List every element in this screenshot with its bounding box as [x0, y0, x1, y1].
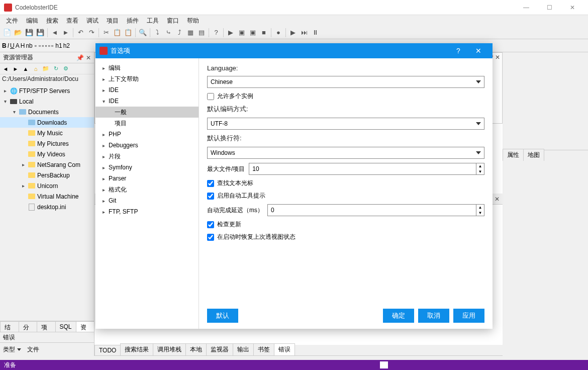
- dialog-help-button[interactable]: ?: [448, 43, 468, 58]
- fmt-list-icon[interactable]: ▫: [48, 42, 50, 49]
- home-icon[interactable]: ⌂: [31, 64, 40, 73]
- right-tab-1[interactable]: 地图: [523, 149, 544, 161]
- fmt-img-icon[interactable]: ▫: [42, 42, 44, 49]
- tree-node[interactable]: My Music: [0, 128, 94, 138]
- menu-3[interactable]: 查看: [62, 16, 82, 26]
- tree-node[interactable]: ▸NetSarang Com: [0, 159, 94, 170]
- menu-7[interactable]: 工具: [143, 16, 163, 26]
- category-item[interactable]: ▸编辑: [95, 62, 199, 73]
- category-item[interactable]: ▸Parser: [95, 173, 199, 184]
- apply-button[interactable]: 应用: [453, 309, 484, 323]
- rec-icon[interactable]: ●: [273, 28, 283, 38]
- autocomplete-spinner[interactable]: 0 ▲▼: [267, 204, 484, 216]
- tree-node[interactable]: desktop.ini: [0, 202, 94, 212]
- menu-4[interactable]: 调试: [82, 16, 103, 26]
- fmt-h1-icon[interactable]: h1: [55, 42, 62, 49]
- grid-icon[interactable]: ▦: [185, 28, 195, 38]
- fmt-H-icon[interactable]: H: [21, 42, 25, 49]
- tree-node[interactable]: My Videos: [0, 149, 94, 159]
- close-button[interactable]: ✕: [561, 0, 584, 15]
- default-button[interactable]: 默认: [207, 309, 238, 323]
- step-out-icon[interactable]: ⤴: [174, 28, 184, 38]
- category-item[interactable]: ▸Debuggers: [95, 140, 199, 151]
- stop-icon[interactable]: ■: [259, 28, 269, 38]
- category-sub-item[interactable]: 项目: [95, 118, 199, 129]
- left-tab-1[interactable]: 分类: [19, 321, 38, 332]
- italic-button[interactable]: I: [8, 42, 9, 49]
- pause-icon[interactable]: ⏸: [310, 28, 320, 38]
- term1-icon[interactable]: ▣: [237, 28, 247, 38]
- find-icon[interactable]: 🔍: [138, 28, 148, 38]
- category-item[interactable]: ▸片段: [95, 151, 199, 162]
- step-into-icon[interactable]: ⤷: [163, 28, 173, 38]
- copy-icon[interactable]: 📋: [112, 28, 122, 38]
- encoding-select[interactable]: UTF-8: [207, 118, 484, 130]
- language-select[interactable]: Chinese: [207, 76, 484, 88]
- tree-node[interactable]: PersBackup: [0, 170, 94, 180]
- term2-icon[interactable]: ▣: [248, 28, 258, 38]
- check-update-checkbox[interactable]: [207, 221, 214, 228]
- left-tab-4[interactable]: 资源: [76, 321, 95, 332]
- tree-node[interactable]: Downloads: [0, 117, 94, 128]
- right-tab-0[interactable]: 属性: [503, 149, 524, 161]
- category-item[interactable]: ▸Symfony: [95, 162, 199, 173]
- cut-icon[interactable]: ✂: [101, 28, 111, 38]
- bottom-tab-1[interactable]: 搜索结果: [120, 343, 153, 355]
- skip-icon[interactable]: ⏭: [299, 28, 309, 38]
- menu-6[interactable]: 插件: [123, 16, 143, 26]
- menu-0[interactable]: 文件: [2, 16, 22, 26]
- tree-node[interactable]: ▾Documents: [0, 107, 94, 117]
- bold-button[interactable]: B: [2, 42, 7, 49]
- play2-icon[interactable]: ▶: [288, 28, 298, 38]
- open-icon[interactable]: 📂: [13, 28, 23, 38]
- bottom-tab-6[interactable]: 书签: [253, 343, 274, 355]
- fmt-nb-icon[interactable]: nb: [26, 42, 32, 49]
- spin-up-icon[interactable]: ▲: [476, 163, 484, 169]
- fmt-link-icon[interactable]: ▫: [39, 42, 41, 49]
- tree-node[interactable]: Virtual Machine: [0, 191, 94, 202]
- minimize-button[interactable]: —: [515, 0, 538, 15]
- undo-icon[interactable]: ↶: [75, 28, 85, 38]
- ok-button[interactable]: 确定: [383, 309, 414, 323]
- left-tab-0[interactable]: 结构: [0, 321, 19, 332]
- category-item[interactable]: ▸上下文帮助: [95, 73, 199, 84]
- tree-node[interactable]: ▸Unicorn: [0, 180, 94, 191]
- paste-icon[interactable]: 📋: [123, 28, 133, 38]
- pin-icon[interactable]: 📌: [76, 54, 84, 61]
- category-item[interactable]: ▾IDE: [95, 96, 199, 107]
- maximize-button[interactable]: ☐: [538, 0, 561, 15]
- new-icon[interactable]: 📄: [2, 28, 12, 38]
- bottom-tab-7[interactable]: 错误: [274, 343, 295, 355]
- tree-node[interactable]: My Pictures: [0, 138, 94, 149]
- menu-1[interactable]: 编辑: [22, 16, 42, 26]
- new-folder-icon[interactable]: 📁: [41, 64, 50, 73]
- bottom-tab-3[interactable]: 本地: [185, 343, 207, 355]
- type-filter[interactable]: 类型: [3, 345, 21, 354]
- nav-up-icon[interactable]: ▲: [21, 64, 30, 73]
- category-item[interactable]: ▸PHP: [95, 129, 199, 140]
- fmt-h2-icon[interactable]: h2: [63, 42, 70, 49]
- spin-up-icon[interactable]: ▲: [476, 205, 484, 210]
- path-bar[interactable]: C:/Users/Administrator/Docu: [0, 74, 94, 84]
- file-filter[interactable]: 文件: [27, 345, 39, 354]
- layers-icon[interactable]: ▤: [197, 28, 207, 38]
- category-item[interactable]: ▸IDE: [95, 84, 199, 96]
- redo-icon[interactable]: ↷: [86, 28, 96, 38]
- menu-2[interactable]: 搜索: [42, 16, 62, 26]
- menu-9[interactable]: 帮助: [183, 16, 203, 26]
- tree-node[interactable]: ▸🌐FTP/SFTP Servers: [0, 85, 94, 96]
- fmt-table-icon[interactable]: ▫: [45, 42, 47, 49]
- restore-perspective-checkbox[interactable]: [207, 234, 214, 241]
- bottom-tab-0[interactable]: TODO: [94, 345, 121, 355]
- bottom-tab-5[interactable]: 输出: [233, 343, 254, 355]
- dialog-close-button[interactable]: ✕: [468, 43, 488, 58]
- help-icon[interactable]: ?: [211, 28, 221, 38]
- refresh-icon[interactable]: ↻: [51, 64, 60, 73]
- menu-5[interactable]: 项目: [103, 16, 123, 26]
- nav-fwd-icon[interactable]: ►: [11, 64, 20, 73]
- tree-node[interactable]: ▾Local: [0, 96, 94, 107]
- save-icon[interactable]: 💾: [24, 28, 34, 38]
- maxfiles-spinner[interactable]: 10 ▲▼: [249, 163, 484, 175]
- back-icon[interactable]: ◄: [50, 28, 60, 38]
- category-sub-item[interactable]: 一般: [95, 107, 199, 118]
